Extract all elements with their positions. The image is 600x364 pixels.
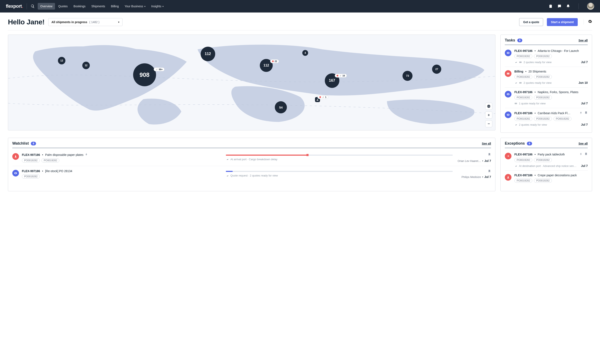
watchlist-title: Watchlist <box>12 141 29 146</box>
container-icon <box>519 81 522 84</box>
cone-icon <box>12 153 19 160</box>
task-row[interactable]: FLEX-997186 • Party pack tablecloth PO00… <box>505 149 588 171</box>
nav-item-insights[interactable]: Insights <box>149 3 166 9</box>
po-chip[interactable]: PO0019282 <box>534 158 552 162</box>
watchlist-row[interactable]: FLEX-997186 • Palm disposable paper plat… <box>12 149 491 166</box>
task-row[interactable]: FLEX-997186 • Crepe paper decorations pa… <box>505 171 588 188</box>
po-chip[interactable]: PO0019282 <box>22 174 40 178</box>
map-bubble[interactable]: 112 <box>201 47 215 61</box>
map-bubble-tag[interactable]: 1 <box>318 95 328 99</box>
progress-bar <box>226 171 453 172</box>
po-chip[interactable]: PO0019282 <box>534 75 552 79</box>
tasks-title: Tasks <box>505 38 515 43</box>
watch-date: Jul 7 <box>484 175 491 178</box>
po-chip[interactable]: PO0019282 <box>514 178 532 183</box>
task-row[interactable]: FLEX-997186 • Napkins, Forks, Spoons, Pl… <box>505 87 588 108</box>
row-date: Jul 7 <box>581 60 588 64</box>
map-bubble[interactable]: 73 <box>403 71 412 81</box>
progress-knob <box>307 154 309 156</box>
map-bubble[interactable]: 27 <box>432 65 441 74</box>
row-foot-text: 2 quotes ready for view <box>524 81 552 84</box>
alert-dot-icon <box>272 60 274 62</box>
tasks-count-badge: 8 <box>517 38 523 42</box>
po-chip[interactable]: PO0019282 <box>534 117 552 121</box>
map-bubble[interactable]: 12 <box>58 57 66 64</box>
task-row[interactable]: FLEX-997186 • Carribean Kids Pack Fl… PO… <box>505 108 588 129</box>
map-panel[interactable]: 121290899+112411222167167327541 + − <box>8 35 496 131</box>
clipboard-icon[interactable] <box>549 4 553 8</box>
map-bubble[interactable]: 908 <box>133 63 156 86</box>
exceptions-panel: Exceptions 8 See all FLEX-997186 • Party… <box>500 138 592 191</box>
shipments-filter-select[interactable]: All shipments in progress ( 1482 ) ▾ <box>48 18 122 26</box>
bookmark-icon[interactable] <box>488 153 491 157</box>
po-chip[interactable]: PO0019282 <box>534 178 552 183</box>
bolt-icon <box>339 75 342 77</box>
alert-dot-icon <box>319 96 321 98</box>
eye-icon <box>12 170 19 177</box>
task-row[interactable]: Billing • 20 Shipments PO0019282PO001928… <box>505 67 588 87</box>
map-bubble[interactable]: 54 <box>275 101 287 113</box>
map-bubble-tag[interactable]: 22 <box>270 59 279 63</box>
avatar[interactable] <box>587 3 594 10</box>
filter-count: ( 1482 ) <box>89 20 99 24</box>
nav-item-shipments[interactable]: Shipments <box>89 3 107 9</box>
bolt-icon <box>155 68 158 71</box>
exceptions-see-all-link[interactable]: See all <box>579 142 588 145</box>
nav-item-overview[interactable]: Overview <box>38 3 55 9</box>
tasks-see-all-link[interactable]: See all <box>579 39 588 42</box>
po-chip[interactable]: PO0019282 <box>22 158 40 162</box>
row-foot-text: 2 quotes ready for view <box>524 61 552 64</box>
chevron-down-icon: ▾ <box>118 21 119 24</box>
watchlist-row[interactable]: FLEX-997186 • [Re-stock] PO 28134 PO0019… <box>12 166 491 182</box>
row-desc: Crepe paper decorations pack <box>538 174 577 177</box>
world-map <box>8 35 495 130</box>
watchlist-see-all-link[interactable]: See all <box>482 142 491 145</box>
row-id: FLEX-997186 <box>514 153 533 156</box>
map-bubble-tag[interactable]: 99+ <box>154 67 165 71</box>
row-desc: Party pack tablecloth <box>538 153 565 156</box>
nav-item-bookings[interactable]: Bookings <box>71 3 88 9</box>
map-zoom-out-button[interactable]: − <box>485 120 492 127</box>
po-chip[interactable]: PO0019282 <box>514 117 532 121</box>
watch-owner: Philips Medisize <box>461 176 481 178</box>
logo[interactable]: flexport. <box>6 4 23 9</box>
row-date: Jun 10 <box>579 81 588 84</box>
bell-icon[interactable] <box>566 4 570 8</box>
task-row[interactable]: FLEX-997186 • Atlanta to Chicago - For L… <box>505 46 588 67</box>
start-shipment-button[interactable]: Start a shipment <box>547 18 578 26</box>
container-icon <box>519 61 522 64</box>
po-chip[interactable]: PO0019282 <box>534 54 552 58</box>
chat-icon[interactable] <box>557 4 562 8</box>
search-icon[interactable] <box>31 4 35 8</box>
watchlist-count-badge: 8 <box>31 142 36 145</box>
po-chip[interactable]: PO0019282 <box>553 117 572 121</box>
po-chip[interactable]: PO0019282 <box>514 95 532 100</box>
nav-item-billing[interactable]: Billing <box>109 3 121 9</box>
po-chip[interactable]: PO0019282 <box>41 158 59 162</box>
plane-icon <box>226 174 229 177</box>
nav-item-your-business[interactable]: Your Business <box>122 3 148 9</box>
row-id: FLEX-997186 <box>514 112 533 115</box>
bolt-icon <box>85 153 88 157</box>
row-desc: Carribean Kids Pack Fl… <box>538 112 571 115</box>
map-zoom-in-button[interactable]: + <box>485 112 492 119</box>
map-bubble[interactable]: 12 <box>82 62 90 69</box>
map-bubble[interactable]: 4 <box>302 50 308 56</box>
row-id: FLEX-997186 <box>514 174 533 177</box>
bookmark-icon[interactable] <box>488 169 491 173</box>
tasks-panel: Tasks 8 See all FLEX-997186 • Atlanta to… <box>500 35 592 133</box>
row-date: Jul 7 <box>581 164 588 168</box>
po-chip[interactable]: PO0019282 <box>514 54 532 58</box>
map-bubble-tag[interactable]: 16 <box>335 74 347 77</box>
gear-icon[interactable] <box>588 19 592 25</box>
eye-icon <box>505 50 511 56</box>
page-header: Hello Jane! All shipments in progress ( … <box>8 18 592 30</box>
nav-item-quotes[interactable]: Quotes <box>56 3 70 9</box>
progress-bar <box>226 155 453 156</box>
po-chip[interactable]: PO0019282 <box>514 75 532 79</box>
po-chip[interactable]: PO0019282 <box>514 158 532 162</box>
map-globe-button[interactable] <box>485 103 492 110</box>
watch-sub-text: At arrival port · Cargo breakdown delay <box>230 158 277 161</box>
po-chip[interactable]: PO0019282 <box>534 95 552 100</box>
get-quote-button[interactable]: Get a quote <box>519 18 543 26</box>
